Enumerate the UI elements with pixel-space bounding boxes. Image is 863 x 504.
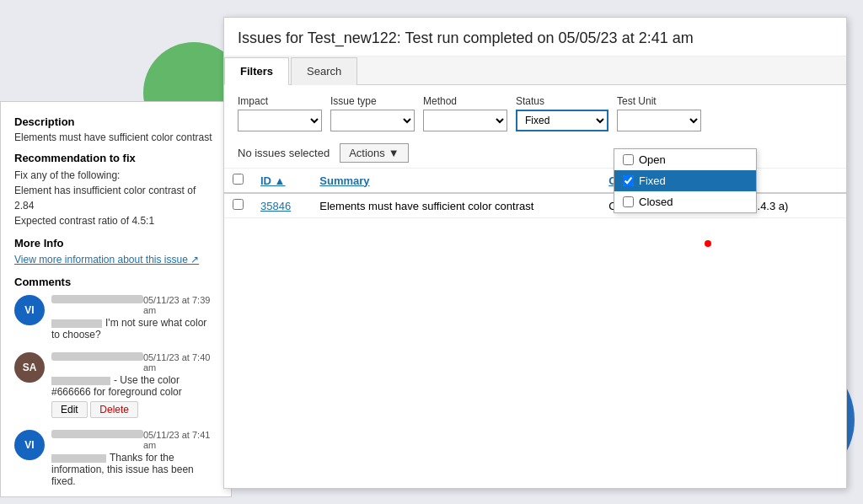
comment-meta: 05/11/23 at 7:41 am — [51, 430, 217, 450]
comment-time: 05/11/23 at 7:41 am — [143, 430, 217, 450]
comment-item: VI 05/11/23 at 7:39 am I'm not sure what… — [14, 295, 217, 340]
comment-time: 05/11/23 at 7:40 am — [143, 352, 217, 373]
notification-dot — [705, 240, 711, 247]
comment-text: Thanks for the information, this issue h… — [51, 452, 217, 487]
dropdown-item-open[interactable]: Open — [614, 149, 756, 170]
row-id-cell: 35846 — [252, 193, 311, 218]
impact-label: Impact — [238, 95, 322, 107]
issue-id-link[interactable]: 35846 — [260, 200, 291, 212]
fixed-checkbox[interactable] — [623, 175, 634, 186]
comment-actions: Edit Delete — [51, 401, 217, 418]
dropdown-item-closed[interactable]: Closed — [614, 191, 756, 212]
delete-comment-button[interactable]: Delete — [90, 401, 138, 418]
more-info-heading: More Info — [14, 237, 217, 249]
edit-comment-button[interactable]: Edit — [51, 401, 88, 418]
impact-select[interactable] — [238, 110, 322, 131]
select-all-col — [224, 169, 252, 193]
test-unit-select[interactable] — [617, 110, 701, 131]
recommendation-heading: Recommendation to fix — [14, 152, 217, 164]
comment-meta: 05/11/23 at 7:40 am — [51, 352, 217, 373]
no-issues-selected-text: No issues selected — [238, 147, 330, 159]
row-summary-cell: Elements must have sufficient color cont… — [311, 193, 600, 218]
status-filter: Status Fixed Open Closed — [516, 95, 608, 131]
id-sort-label: ID ▲ — [260, 174, 285, 187]
row-checkbox-cell — [224, 193, 252, 218]
comment-time: 05/11/23 at 7:39 am — [143, 295, 217, 315]
avatar: VI — [14, 295, 45, 325]
tab-search[interactable]: Search — [291, 57, 357, 85]
avatar: VI — [14, 430, 45, 460]
method-filter: Method — [423, 95, 507, 131]
comments-heading: Comments — [14, 276, 217, 288]
actions-button[interactable]: Actions ▼ — [340, 143, 409, 163]
select-all-checkbox[interactable] — [233, 174, 244, 185]
comment-text: - Use the color #666666 for foreground c… — [51, 374, 217, 398]
more-info-link[interactable]: View more information about this issue ↗ — [14, 254, 199, 265]
comment-text: I'm not sure what color to choose? — [51, 317, 217, 340]
status-label: Status — [516, 95, 608, 107]
summary-column-header[interactable]: Summary — [311, 169, 600, 193]
comment-meta: 05/11/23 at 7:39 am — [51, 295, 217, 315]
comment-body: 05/11/23 at 7:40 am - Use the color #666… — [51, 352, 217, 418]
comment-body: 05/11/23 at 7:41 am Thanks for the infor… — [51, 430, 217, 487]
impact-filter: Impact — [238, 95, 322, 131]
main-panel: Issues for Test_new122: Test run complet… — [223, 17, 847, 489]
description-text: Elements must have sufficient color cont… — [14, 131, 217, 143]
closed-checkbox[interactable] — [623, 196, 634, 207]
method-select[interactable] — [423, 110, 507, 131]
description-heading: Description — [14, 115, 217, 128]
fix-list: Fix any of the following: Element has in… — [14, 168, 217, 228]
tab-filters[interactable]: Filters — [224, 57, 289, 85]
filters-row: Impact Issue type Method Status Fixed Op… — [224, 85, 846, 138]
comments-section: Comments VI 05/11/23 at 7:39 am I'm not … — [14, 276, 217, 487]
main-title: Issues for Test_new122: Test run complet… — [224, 18, 846, 56]
comment-item: SA 05/11/23 at 7:40 am - Use the color #… — [14, 352, 217, 418]
comment-item: VI 05/11/23 at 7:41 am Thanks for the in… — [14, 430, 217, 487]
issue-type-select[interactable] — [330, 110, 415, 131]
test-unit-label: Test Unit — [617, 95, 701, 107]
left-panel: Description Elements must have sufficien… — [0, 101, 232, 497]
test-unit-filter: Test Unit — [617, 95, 701, 131]
dropdown-item-fixed[interactable]: Fixed — [614, 170, 756, 191]
comment-body: 05/11/23 at 7:39 am I'm not sure what co… — [51, 295, 217, 340]
status-dropdown-overlay[interactable]: Open Fixed Closed — [614, 148, 757, 213]
comment-email-blurred — [51, 430, 143, 438]
actions-dropdown-icon: ▼ — [389, 147, 399, 159]
comment-email-blurred — [51, 352, 143, 361]
row-summary-text: Elements must have sufficient color cont… — [319, 200, 533, 212]
tabs-container: Filters Search — [224, 56, 846, 85]
id-column-header[interactable]: ID ▲ — [252, 169, 311, 193]
row-checkbox[interactable] — [233, 199, 244, 210]
issue-type-filter: Issue type — [330, 95, 415, 131]
open-checkbox[interactable] — [623, 154, 634, 165]
method-label: Method — [423, 95, 507, 107]
comment-email-blurred — [51, 295, 143, 303]
fixed-label: Fixed — [639, 174, 666, 187]
open-label: Open — [639, 153, 666, 166]
avatar: SA — [14, 352, 45, 383]
status-select[interactable]: Fixed Open Closed — [516, 110, 608, 131]
issue-type-label: Issue type — [330, 95, 415, 107]
closed-label: Closed — [639, 196, 673, 208]
